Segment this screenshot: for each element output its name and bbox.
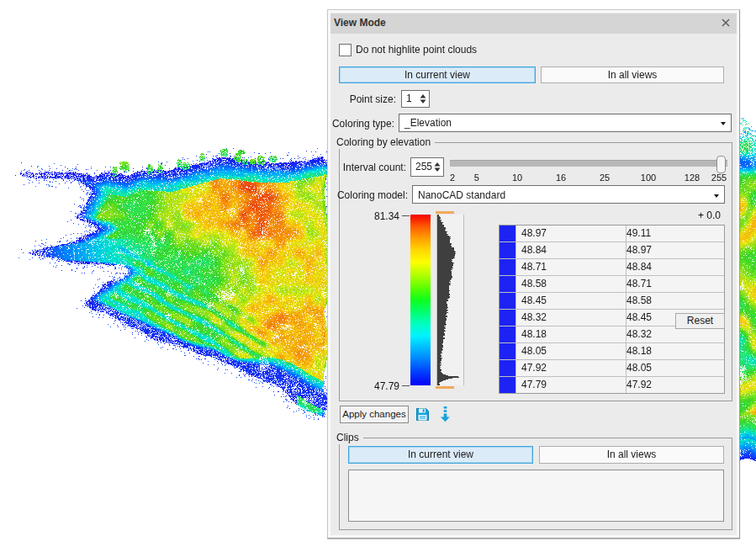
interval-table-row[interactable]: 48.4548.58: [500, 293, 724, 310]
slider-tick-label: 128: [685, 172, 700, 183]
interval-color-swatch: [500, 259, 516, 275]
interval-from-value: 48.45: [516, 293, 626, 309]
highlight-checkbox-label: Do not highlite point clouds: [356, 44, 477, 56]
point-size-label: Point size:: [328, 93, 396, 105]
interval-table-row[interactable]: 48.7148.84: [500, 259, 724, 276]
download-icon[interactable]: [440, 406, 451, 425]
interval-color-swatch: [500, 377, 516, 393]
interval-color-swatch: [500, 326, 516, 342]
interval-to-value: 48.05: [621, 360, 724, 376]
highlight-checkbox[interactable]: [339, 44, 352, 56]
interval-from-value: 48.84: [516, 242, 626, 258]
slider-tick-label: 10: [512, 172, 522, 183]
coloring-type-combo[interactable]: _Elevation: [399, 114, 732, 132]
dialog-titlebar[interactable]: View Mode: [330, 13, 737, 34]
in-current-view-button[interactable]: In current view: [339, 66, 536, 83]
interval-from-value: 48.32: [516, 310, 626, 326]
interval-to-value: 48.58: [621, 293, 724, 309]
clips-in-current-view-button[interactable]: In current view: [348, 446, 533, 464]
scale-max-label: 81.34: [374, 210, 399, 222]
histogram-canvas: [437, 215, 463, 385]
interval-to-value: 48.84: [621, 259, 724, 275]
coloring-model-combo[interactable]: NanoCAD standard: [412, 185, 725, 204]
close-icon[interactable]: [720, 17, 732, 29]
elevation-group-label: Coloring by elevation: [336, 136, 435, 149]
spinner-down-icon[interactable]: [420, 99, 426, 104]
interval-color-swatch: [500, 360, 516, 376]
interval-down-icon[interactable]: [434, 167, 441, 172]
interval-slider-track[interactable]: [450, 160, 727, 167]
reset-button[interactable]: Reset: [675, 313, 725, 329]
coloring-model-label: Coloring model:: [328, 189, 408, 201]
interval-from-value: 48.71: [516, 259, 626, 275]
interval-from-value: 48.97: [516, 226, 626, 242]
slider-tick-label: 25: [600, 172, 610, 183]
range-bracket-bottom[interactable]: [436, 386, 454, 389]
in-all-views-button[interactable]: In all views: [541, 66, 724, 83]
interval-count-spinner[interactable]: 255: [410, 157, 444, 177]
clips-in-all-views-button[interactable]: In all views: [539, 446, 724, 464]
interval-table-row[interactable]: 47.7947.92: [500, 377, 724, 393]
interval-to-value: 48.71: [621, 276, 724, 292]
coloring-type-label: Coloring type:: [328, 118, 394, 130]
interval-to-value: 47.92: [621, 377, 724, 393]
clips-group-label: Clips: [336, 432, 363, 444]
offset-label: + 0.0: [698, 210, 721, 221]
elevation-gradient-bar[interactable]: [410, 215, 431, 385]
coloring-model-value: NanoCAD standard: [418, 189, 505, 202]
interval-from-value: 48.18: [516, 326, 626, 342]
interval-count-value: 255: [415, 161, 432, 173]
interval-color-swatch: [500, 276, 516, 292]
interval-color-swatch: [500, 242, 516, 258]
interval-table-row[interactable]: 48.0548.18: [500, 343, 724, 360]
elevation-histogram-box: [436, 215, 464, 385]
save-icon[interactable]: [415, 407, 430, 424]
dialog-title: View Mode: [334, 17, 386, 29]
interval-from-value: 47.79: [516, 377, 626, 393]
interval-from-value: 48.05: [516, 343, 626, 359]
slider-tick-label: 100: [641, 172, 656, 183]
point-size-value: 1: [406, 93, 412, 105]
scale-max-tick: [402, 215, 410, 216]
interval-color-swatch: [500, 293, 516, 309]
interval-to-value: 48.18: [621, 343, 724, 359]
slider-tick-label: 5: [474, 172, 479, 183]
interval-to-value: 49.11: [621, 226, 724, 242]
point-size-spinner[interactable]: 1: [401, 90, 430, 108]
slider-tick-label: 2: [450, 172, 455, 183]
view-mode-dialog: View Mode Do not highlite point clouds I…: [327, 9, 740, 539]
slider-tick-label: 255: [711, 172, 727, 183]
scale-min-label: 47.79: [374, 380, 399, 392]
interval-table-row[interactable]: 47.9248.05: [500, 360, 724, 377]
chevron-down-icon: [721, 122, 726, 125]
chevron-down-icon: [714, 194, 719, 198]
interval-from-value: 48.58: [516, 276, 626, 292]
clips-list[interactable]: [348, 470, 724, 522]
interval-table-row[interactable]: 48.8448.97: [500, 242, 724, 259]
interval-slider-handle[interactable]: [716, 156, 726, 173]
interval-table[interactable]: 48.9749.1148.8448.9748.7148.8448.5848.71…: [499, 225, 725, 394]
interval-table-row[interactable]: 48.5848.71: [500, 276, 724, 293]
scale-min-tick: [402, 385, 410, 386]
slider-tick-label: 16: [556, 172, 566, 183]
spinner-up-icon[interactable]: [420, 94, 426, 98]
interval-table-row[interactable]: 48.9749.11: [500, 226, 724, 242]
interval-from-value: 47.92: [516, 360, 626, 376]
interval-to-value: 48.97: [621, 242, 724, 258]
application-window: View Mode Do not highlite point clouds I…: [0, 0, 756, 552]
interval-color-swatch: [500, 343, 516, 359]
interval-color-swatch: [500, 310, 516, 326]
interval-up-icon[interactable]: [434, 162, 441, 167]
interval-color-swatch: [500, 226, 516, 242]
interval-table-row[interactable]: 48.1848.32: [500, 326, 724, 343]
coloring-type-value: _Elevation: [404, 117, 452, 130]
interval-count-label: Interval count:: [328, 162, 406, 173]
apply-changes-button[interactable]: Apply changes: [340, 406, 409, 423]
range-bracket-top[interactable]: [436, 211, 454, 214]
